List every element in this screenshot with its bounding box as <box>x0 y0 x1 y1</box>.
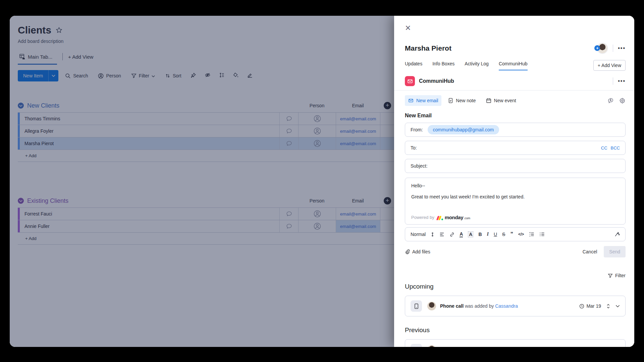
email-link[interactable]: email@email.com <box>340 212 376 217</box>
group-collapse-icon[interactable] <box>18 198 24 204</box>
filter-button[interactable]: Filter <box>128 71 158 81</box>
email-link[interactable]: email@email.com <box>340 141 376 146</box>
person-cell[interactable] <box>298 137 336 149</box>
item-owner-avatar[interactable]: + <box>597 43 608 54</box>
panel-add-view-button[interactable]: + Add View <box>593 60 626 71</box>
to-field[interactable]: To: CC BCC <box>405 141 626 155</box>
blank-cell[interactable] <box>380 220 394 232</box>
person-cell[interactable] <box>298 125 336 137</box>
group-title[interactable]: New Clients <box>27 102 59 109</box>
item-menu-button[interactable]: ••• <box>618 45 626 51</box>
magic-wand-icon[interactable] <box>614 232 620 237</box>
edit-button[interactable] <box>245 70 255 81</box>
timeline-card-upcoming[interactable]: Phone call was added by Cassandra Mar 19 <box>405 296 626 316</box>
timeline-filter-button[interactable]: Filter <box>608 273 626 278</box>
event-author-link[interactable]: Cassandra <box>495 303 518 309</box>
table-row[interactable]: Annie Fuller email@email.com <box>18 220 394 233</box>
tab-activity-log[interactable]: Activity Log <box>465 61 489 70</box>
email-cell[interactable]: email@email.com <box>336 137 380 149</box>
chat-cell[interactable] <box>279 137 298 149</box>
body-line[interactable]: Hello-- <box>411 183 619 188</box>
add-item-row[interactable]: + Add <box>18 233 394 245</box>
send-button[interactable]: Send <box>604 246 626 257</box>
email-body-editor[interactable]: Hello-- Great to meet you last week! I'm… <box>405 178 626 225</box>
board-description[interactable]: Add board description <box>18 39 394 44</box>
column-header-person[interactable]: Person <box>298 198 336 203</box>
board-add-view[interactable]: + Add View <box>68 54 93 62</box>
sort-button[interactable]: Sort <box>162 71 185 81</box>
person-cell[interactable] <box>298 208 336 220</box>
item-name[interactable]: Allegra Foyler <box>18 128 279 134</box>
blank-cell[interactable] <box>380 208 394 220</box>
group-collapse-icon[interactable] <box>18 103 24 109</box>
star-icon[interactable] <box>55 26 63 34</box>
bcc-button[interactable]: BCC <box>611 145 620 150</box>
bullet-list-icon[interactable] <box>539 232 545 237</box>
tab-updates[interactable]: Updates <box>405 61 422 70</box>
blank-cell[interactable] <box>380 113 394 125</box>
align-icon[interactable] <box>439 232 444 237</box>
column-header-email[interactable]: Email <box>336 103 380 108</box>
ordered-list-icon[interactable] <box>529 232 534 237</box>
hide-button[interactable] <box>202 70 213 81</box>
table-row[interactable]: Allegra Foyler email@email.com <box>18 125 394 137</box>
italic-icon[interactable]: I <box>487 232 489 237</box>
search-button[interactable]: Search <box>62 71 91 81</box>
tab-info-boxes[interactable]: Info Boxes <box>432 61 454 70</box>
code-icon[interactable]: </> <box>518 232 524 237</box>
subject-field[interactable]: Subject: <box>405 159 626 173</box>
person-cell[interactable] <box>298 220 336 232</box>
table-row[interactable]: Forrest Fauci email@email.com <box>18 208 394 220</box>
chevron-down-icon[interactable] <box>615 305 620 308</box>
link-icon[interactable] <box>449 232 454 237</box>
item-name[interactable]: Annie Fuller <box>18 224 279 229</box>
timeline-card-previous[interactable]: Note was added by Cassandra Just now <box>405 339 626 347</box>
email-link[interactable]: email@email.com <box>340 116 376 121</box>
person-cell[interactable] <box>298 113 336 125</box>
text-color-icon[interactable]: A <box>460 231 463 237</box>
new-item-label[interactable]: New Item <box>18 70 48 81</box>
highlight-color-icon[interactable]: A <box>468 231 473 237</box>
add-item-label[interactable]: + Add <box>18 153 37 158</box>
table-row[interactable]: Thomas Timmins email@email.com <box>18 113 394 125</box>
new-item-button[interactable]: New Item <box>18 70 58 81</box>
email-cell-selected[interactable]: email@email.com <box>336 220 380 232</box>
cc-button[interactable]: CC <box>601 145 607 150</box>
add-item-label[interactable]: + Add <box>18 236 37 241</box>
blank-cell[interactable] <box>380 137 394 149</box>
email-cell[interactable]: email@email.com <box>336 208 380 220</box>
cancel-button[interactable]: Cancel <box>579 246 601 257</box>
new-email-button[interactable]: New email <box>405 95 441 106</box>
email-link[interactable]: email@email.com <box>340 129 376 134</box>
tab-communihub[interactable]: CommuniHub <box>499 61 528 70</box>
settings-gear-icon[interactable] <box>619 98 626 104</box>
blank-cell[interactable] <box>380 125 394 137</box>
underline-icon[interactable]: U <box>494 232 497 237</box>
quote-icon[interactable]: ” <box>510 231 513 238</box>
close-icon[interactable]: ✕ <box>405 24 413 32</box>
add-files-button[interactable]: Add files <box>405 249 430 254</box>
add-item-row[interactable]: + Add <box>18 150 394 162</box>
person-filter-button[interactable]: Person <box>95 71 124 81</box>
chat-cell[interactable] <box>279 220 298 232</box>
tab-main-table[interactable]: Main Tab... <box>18 51 57 65</box>
app-menu-button[interactable]: ••• <box>618 78 626 84</box>
line-spacing-icon[interactable] <box>431 232 434 237</box>
email-cell[interactable]: email@email.com <box>336 125 380 137</box>
from-field[interactable]: From: communihubapp@gmail.com <box>405 123 626 137</box>
add-column-icon[interactable]: + <box>384 102 391 109</box>
add-column-icon[interactable]: + <box>384 197 391 204</box>
item-title[interactable]: Marsha Pierot <box>405 44 451 52</box>
filter-chevron-icon[interactable] <box>152 73 155 78</box>
body-line[interactable]: Great to meet you last week! I'm excited… <box>411 194 619 199</box>
chat-cell[interactable] <box>279 208 298 220</box>
bold-icon[interactable]: B <box>478 232 482 237</box>
feedback-bubble-icon[interactable] <box>607 98 614 104</box>
new-item-dropdown[interactable] <box>48 70 58 81</box>
new-event-button[interactable]: New event <box>483 95 520 106</box>
table-row-selected[interactable]: Marsha Pierot email@email.com <box>18 137 394 150</box>
column-header-person[interactable]: Person <box>298 103 336 108</box>
reorder-icon[interactable] <box>606 304 610 309</box>
strikethrough-icon[interactable]: S <box>502 232 505 237</box>
chat-cell[interactable] <box>279 125 298 137</box>
